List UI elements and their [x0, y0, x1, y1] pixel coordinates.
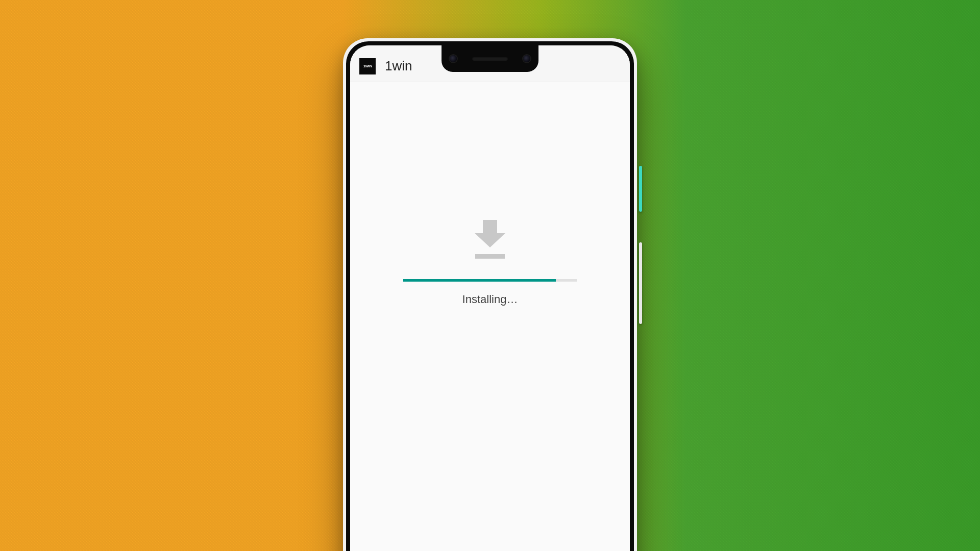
phone-rim: 1win 1win	[346, 41, 634, 551]
installer-content: Installing… CANCEL	[350, 82, 630, 551]
download-icon	[472, 220, 508, 261]
download-section: Installing…	[350, 220, 630, 306]
front-camera-icon	[450, 55, 457, 62]
phone-mockup: 1win 1win	[343, 38, 637, 551]
app-icon-text: 1win	[363, 64, 372, 68]
phone-screen: 1win 1win	[350, 45, 630, 551]
earpiece-speaker	[472, 57, 508, 61]
power-button	[639, 166, 642, 212]
install-status-text: Installing…	[462, 293, 518, 306]
app-name-label: 1win	[385, 58, 412, 74]
volume-button	[639, 242, 642, 324]
display-notch	[442, 45, 538, 72]
install-progress-fill	[403, 279, 556, 282]
app-icon: 1win	[359, 58, 376, 74]
phone-outer-shell: 1win 1win	[343, 38, 637, 551]
install-progress-bar	[403, 279, 577, 282]
front-camera-icon	[523, 55, 530, 62]
